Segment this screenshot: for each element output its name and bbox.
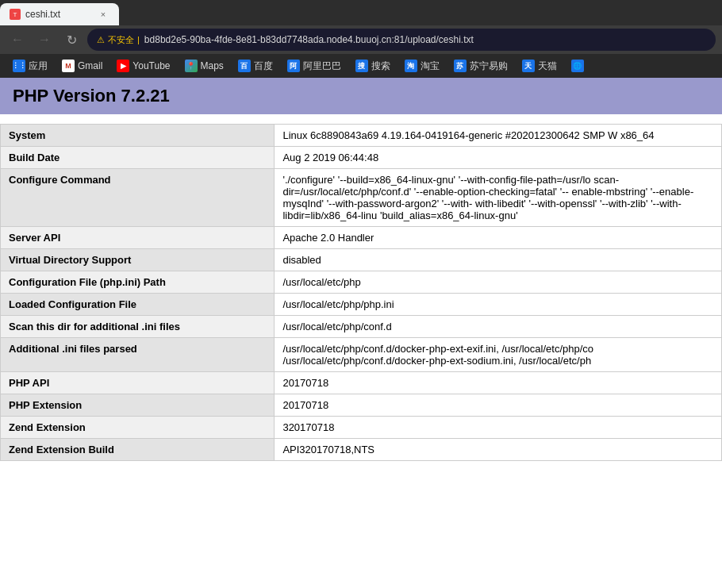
phpinfo-header: PHP Version 7.2.21 [0, 78, 722, 114]
suning-icon: 苏 [454, 60, 467, 72]
address-url[interactable]: bd8bd2e5-90ba-4fde-8e81-b83dd7748ada.nod… [144, 34, 706, 45]
gmail-icon: M [62, 60, 75, 72]
tab-bar: T ceshi.txt × [0, 0, 722, 25]
bookmark-label: 搜索 [371, 60, 390, 73]
forward-button[interactable]: → [33, 29, 56, 51]
row-key: Build Date [1, 147, 275, 169]
table-row: Virtual Directory Supportdisabled [1, 249, 722, 271]
row-key: Zend Extension [1, 417, 275, 439]
row-key: Configuration File (php.ini) Path [1, 271, 275, 294]
row-value: 20170718 [275, 372, 722, 394]
table-row: SystemLinux 6c8890843a69 4.19.164-041916… [1, 125, 722, 147]
bookmark-label: 应用 [29, 60, 48, 73]
active-tab[interactable]: T ceshi.txt × [0, 3, 119, 25]
row-value: /usr/local/etc/php/conf.d/docker-php-ext… [275, 338, 722, 372]
bookmark-label: 天猫 [538, 60, 557, 73]
bookmark-baidu[interactable]: 百 百度 [232, 57, 279, 75]
row-value: Apache 2.0 Handler [275, 227, 722, 249]
row-value: disabled [275, 249, 722, 271]
row-key: PHP API [1, 372, 275, 394]
table-row: Configuration File (php.ini) Path/usr/lo… [1, 271, 722, 294]
bookmark-label: 百度 [254, 60, 273, 73]
bookmark-label: 苏宁易购 [470, 60, 508, 73]
row-key: Loaded Configuration File [1, 294, 275, 316]
table-row: PHP Extension20170718 [1, 394, 722, 417]
table-row: Build DateAug 2 2019 06:44:48 [1, 147, 722, 169]
bookmark-label: Maps [201, 60, 224, 71]
bookmark-label: 阿里巴巴 [303, 60, 341, 73]
row-key: Server API [1, 227, 275, 249]
baidu-icon: 百 [238, 60, 251, 72]
table-row: Scan this dir for additional .ini files/… [1, 316, 722, 338]
security-warning: ⚠ 不安全 | [97, 34, 140, 46]
row-key: Configure Command [1, 169, 275, 227]
search-icon: 搜 [355, 60, 368, 72]
separator: | [137, 35, 140, 44]
taobao-icon: 淘 [405, 60, 417, 72]
row-value: 20170718 [275, 394, 722, 417]
row-value: API320170718,NTS [275, 439, 722, 461]
bookmark-tianmao[interactable]: 天 天猫 [516, 57, 563, 75]
page-content: PHP Version 7.2.21 SystemLinux 6c8890843… [0, 78, 722, 554]
security-text: 不安全 [108, 34, 134, 46]
bookmarks-bar: ⋮⋮ 应用 M Gmail ▶ YouTube 📍 Maps 百 百度 阿 阿里… [0, 54, 722, 78]
bookmark-label: YouTube [132, 60, 170, 71]
row-key: Scan this dir for additional .ini files [1, 316, 275, 338]
php-version-title: PHP Version 7.2.21 [13, 86, 709, 106]
row-value: /usr/local/etc/php/php.ini [275, 294, 722, 316]
tab-favicon: T [10, 9, 21, 20]
bookmark-alibaba[interactable]: 阿 阿里巴巴 [281, 57, 348, 75]
tianmao-icon: 天 [522, 60, 535, 72]
tab-close-button[interactable]: × [97, 8, 109, 21]
address-box[interactable]: ⚠ 不安全 | bd8bd2e5-90ba-4fde-8e81-b83dd774… [87, 29, 716, 51]
bookmark-search[interactable]: 搜 搜索 [349, 57, 397, 75]
back-button[interactable]: ← [6, 29, 29, 51]
table-row: Loaded Configuration File/usr/local/etc/… [1, 294, 722, 316]
bookmark-suning[interactable]: 苏 苏宁易购 [447, 57, 514, 75]
warning-icon: ⚠ [97, 35, 105, 45]
bookmark-apps[interactable]: ⋮⋮ 应用 [6, 57, 54, 75]
row-key: Additional .ini files parsed [1, 338, 275, 372]
tab-title: ceshi.txt [25, 9, 60, 20]
row-value: 320170718 [275, 417, 722, 439]
apps-icon: ⋮⋮ [13, 60, 25, 72]
address-bar-row: ← → ↻ ⚠ 不安全 | bd8bd2e5-90ba-4fde-8e81-b8… [0, 25, 722, 54]
table-row: Configure Command'./configure' '--build=… [1, 169, 722, 227]
maps-icon: 📍 [185, 60, 198, 72]
table-row: Zend Extension BuildAPI320170718,NTS [1, 439, 722, 461]
bookmark-maps[interactable]: 📍 Maps [179, 57, 230, 75]
row-value: /usr/local/etc/php/conf.d [275, 316, 722, 338]
alibaba-icon: 阿 [287, 60, 300, 72]
bookmark-label: Gmail [78, 60, 102, 71]
row-key: PHP Extension [1, 394, 275, 417]
row-key: System [1, 125, 275, 147]
phpinfo-table: SystemLinux 6c8890843a69 4.19.164-041916… [0, 124, 722, 461]
table-row: Server APIApache 2.0 Handler [1, 227, 722, 249]
row-value: './configure' '--build=x86_64-linux-gnu'… [275, 169, 722, 227]
browser-window: T ceshi.txt × ← → ↻ ⚠ 不安全 | bd8bd2e5-90b… [0, 0, 722, 554]
reload-button[interactable]: ↻ [60, 29, 83, 51]
youtube-icon: ▶ [117, 60, 129, 72]
row-value: Linux 6c8890843a69 4.19.164-0419164-gene… [275, 125, 722, 147]
table-row: Additional .ini files parsed/usr/local/e… [1, 338, 722, 372]
bookmark-youtube[interactable]: ▶ YouTube [110, 57, 176, 75]
row-value: /usr/local/etc/php [275, 271, 722, 294]
bookmark-more[interactable]: 🌐 [565, 57, 590, 75]
bookmark-gmail[interactable]: M Gmail [56, 57, 109, 75]
row-value: Aug 2 2019 06:44:48 [275, 147, 722, 169]
bookmark-label: 淘宝 [421, 60, 440, 73]
row-key: Zend Extension Build [1, 439, 275, 461]
bookmark-taobao[interactable]: 淘 淘宝 [398, 57, 446, 75]
more-icon: 🌐 [571, 60, 584, 72]
table-row: PHP API20170718 [1, 372, 722, 394]
table-row: Zend Extension320170718 [1, 417, 722, 439]
row-key: Virtual Directory Support [1, 249, 275, 271]
